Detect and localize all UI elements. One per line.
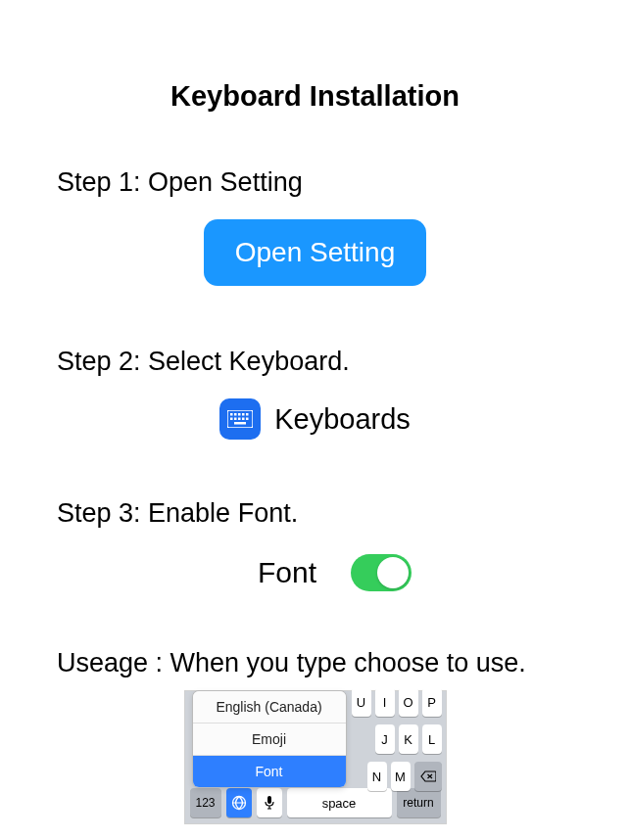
font-toggle[interactable] <box>351 554 412 591</box>
keyboards-row[interactable]: Keyboards <box>57 398 573 440</box>
svg-rect-2 <box>234 413 237 416</box>
language-menu: English (Canada) Emoji Font <box>193 691 346 787</box>
numbers-key[interactable]: 123 <box>190 788 221 817</box>
usage-label: Useage : When you type choose to use. <box>57 648 573 678</box>
key-i[interactable]: I <box>375 687 395 717</box>
svg-rect-10 <box>246 418 249 421</box>
key-u[interactable]: U <box>352 687 371 717</box>
lang-emoji[interactable]: Emoji <box>193 723 346 756</box>
space-key[interactable]: space <box>287 788 392 817</box>
svg-rect-7 <box>234 418 237 421</box>
key-m[interactable]: M <box>391 762 411 791</box>
step1-section: Step 1: Open Setting Open Setting <box>0 167 630 286</box>
step1-label: Step 1: Open Setting <box>57 167 573 198</box>
keyboard-top: U I O P J K L N M En <box>185 691 446 783</box>
svg-rect-1 <box>230 413 233 416</box>
step3-label: Step 3: Enable Font. <box>57 498 573 529</box>
delete-key[interactable] <box>414 762 442 791</box>
svg-rect-5 <box>246 413 249 416</box>
key-p[interactable]: P <box>422 687 442 717</box>
globe-icon[interactable] <box>226 788 252 817</box>
svg-rect-3 <box>238 413 241 416</box>
return-key[interactable]: return <box>397 788 441 817</box>
key-row-1: U I O P <box>352 687 442 717</box>
svg-rect-4 <box>242 413 245 416</box>
font-label: Font <box>258 556 316 589</box>
svg-rect-9 <box>242 418 245 421</box>
key-k[interactable]: K <box>399 724 418 754</box>
key-row-2: J K L <box>375 724 442 754</box>
font-toggle-row: Font <box>57 554 573 591</box>
step2-section: Step 2: Select Keyboard. Keyboards <box>0 347 630 440</box>
page-title: Keyboard Installation <box>0 80 630 113</box>
open-setting-button[interactable]: Open Setting <box>204 219 426 286</box>
usage-section: Useage : When you type choose to use. U … <box>0 648 630 824</box>
lang-english[interactable]: English (Canada) <box>193 691 346 723</box>
svg-rect-6 <box>230 418 233 421</box>
svg-rect-13 <box>267 796 271 804</box>
lang-font[interactable]: Font <box>193 756 346 787</box>
step2-label: Step 2: Select Keyboard. <box>57 347 573 377</box>
keyboard-preview: U I O P J K L N M En <box>184 690 447 824</box>
step3-section: Step 3: Enable Font. Font <box>0 498 630 591</box>
mic-icon[interactable] <box>257 788 282 817</box>
key-row-3: N M <box>367 762 442 791</box>
key-o[interactable]: O <box>399 687 418 717</box>
key-n[interactable]: N <box>367 762 387 791</box>
svg-rect-8 <box>238 418 241 421</box>
toggle-knob <box>377 557 409 588</box>
key-j[interactable]: J <box>375 724 395 754</box>
keyboards-text: Keyboards <box>274 403 411 436</box>
key-l[interactable]: L <box>422 724 442 754</box>
keyboard-icon <box>219 398 261 440</box>
svg-rect-11 <box>234 422 246 425</box>
